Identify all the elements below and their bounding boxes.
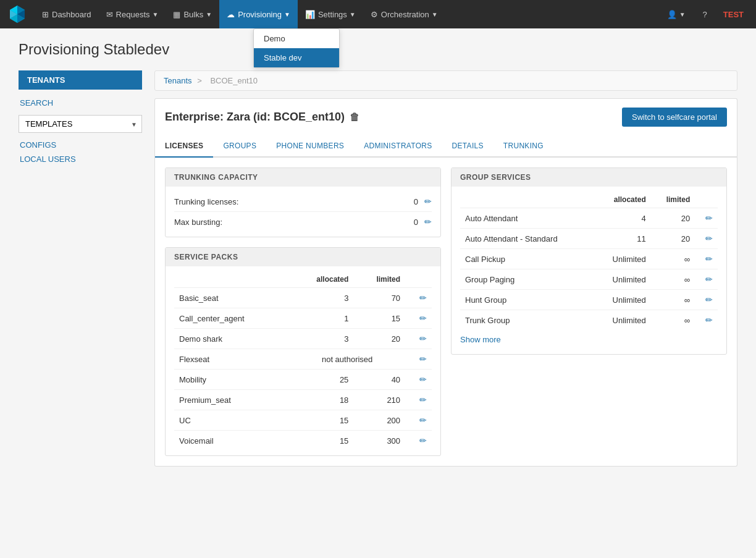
- trunking-edit-0[interactable]: ✏: [424, 197, 432, 206]
- gs-allocated-2: Unlimited: [594, 249, 651, 269]
- sp-col-limited: limited: [353, 271, 405, 288]
- provisioning-caret: ▼: [284, 11, 290, 18]
- requests-icon: ✉: [106, 10, 113, 19]
- sp-allocated-3: not authorised: [289, 349, 405, 370]
- sidebar-search[interactable]: SEARCH: [19, 96, 142, 110]
- service-pack-row: UC15200✏: [174, 410, 432, 431]
- edit-icon[interactable]: ✏: [705, 213, 713, 223]
- tenants-button[interactable]: TENANTS: [19, 70, 142, 90]
- right-column: GROUP SERVICES allocated limited: [451, 167, 727, 456]
- breadcrumb-tenants[interactable]: Tenants: [164, 76, 192, 85]
- tab-phone-numbers[interactable]: PHONE NUMBERS: [266, 135, 354, 158]
- enterprise-header: Enterprise: Zara (id: BCOE_ent10) 🗑 Swit…: [154, 98, 737, 135]
- edit-icon[interactable]: ✏: [705, 234, 713, 243]
- sidebar-local-users[interactable]: LOCAL USERS: [19, 152, 142, 166]
- edit-icon[interactable]: ✏: [705, 274, 713, 284]
- edit-icon[interactable]: ✏: [705, 254, 713, 264]
- edit-icon[interactable]: ✏: [419, 374, 427, 384]
- gs-edit-0[interactable]: ✏: [695, 208, 718, 229]
- sp-edit-3[interactable]: ✏: [405, 349, 432, 370]
- service-pack-row: Flexseatnot authorised✏: [174, 349, 432, 370]
- orchestration-caret: ▼: [432, 11, 438, 18]
- nav-orchestration[interactable]: ⚙ Orchestration ▼: [363, 0, 445, 28]
- navbar-right: 👤 ▼ ? TEST: [660, 10, 750, 19]
- sp-limited-4: 40: [353, 370, 405, 390]
- nav-user[interactable]: 👤 ▼: [660, 10, 693, 19]
- edit-icon[interactable]: ✏: [419, 436, 427, 446]
- sp-edit-7[interactable]: ✏: [405, 431, 432, 451]
- main-content: Tenants > BCOE_ent10 Enterprise: Zara (i…: [154, 70, 737, 467]
- sp-allocated-2: 3: [289, 329, 353, 349]
- edit-icon[interactable]: ✏: [419, 293, 427, 303]
- group-service-row: Trunk GroupUnlimited∞✏: [460, 310, 718, 331]
- gs-edit-1[interactable]: ✏: [695, 229, 718, 249]
- service-packs-header: SERVICE PACKS: [166, 248, 440, 266]
- edit-icon[interactable]: ✏: [419, 395, 427, 405]
- group-services-table: allocated limited Auto Attendant420✏Auto…: [460, 192, 718, 330]
- sp-edit-2[interactable]: ✏: [405, 329, 432, 349]
- tab-details[interactable]: DETAILS: [442, 135, 494, 158]
- gs-edit-2[interactable]: ✏: [695, 249, 718, 269]
- sp-edit-5[interactable]: ✏: [405, 390, 432, 410]
- provisioning-dropdown: Demo Stable dev: [253, 28, 340, 68]
- nav-dashboard[interactable]: ⊞ Dashboard: [35, 0, 99, 28]
- test-label: TEST: [717, 10, 750, 19]
- sp-name-1: Call_center_agent: [174, 308, 289, 329]
- tab-administrators[interactable]: ADMINISTRATORS: [354, 135, 442, 158]
- service-pack-row: Call_center_agent115✏: [174, 308, 432, 329]
- gs-allocated-3: Unlimited: [594, 269, 651, 290]
- gs-allocated-5: Unlimited: [594, 310, 651, 331]
- trunking-edit-1[interactable]: ✏: [424, 217, 432, 227]
- service-packs-body: allocated limited Basic_seat370✏Call_cen…: [166, 266, 440, 455]
- page-title: Provisioning Stabledev: [19, 41, 737, 58]
- gs-limited-2: ∞: [651, 249, 695, 269]
- nav-provisioning[interactable]: ☁ Provisioning ▼: [219, 0, 298, 28]
- switch-selfcare-button[interactable]: Switch to selfcare portal: [622, 108, 727, 127]
- sp-edit-4[interactable]: ✏: [405, 370, 432, 390]
- sidebar-configs[interactable]: CONFIGS: [19, 138, 142, 152]
- edit-icon[interactable]: ✏: [705, 315, 713, 325]
- trunking-value-1: 0: [393, 218, 418, 227]
- tab-content-licenses: TRUNKING CAPACITY Trunking licenses: 0 ✏…: [154, 158, 737, 467]
- show-more-link[interactable]: Show more: [460, 330, 501, 349]
- edit-icon[interactable]: ✏: [419, 415, 427, 425]
- requests-caret: ▼: [153, 11, 159, 18]
- gs-edit-3[interactable]: ✏: [695, 269, 718, 290]
- sp-edit-1[interactable]: ✏: [405, 308, 432, 329]
- nav-bulks[interactable]: ▦ Bulks ▼: [166, 0, 219, 28]
- gs-edit-4[interactable]: ✏: [695, 290, 718, 310]
- edit-icon[interactable]: ✏: [419, 313, 427, 323]
- sp-edit-0[interactable]: ✏: [405, 288, 432, 308]
- edit-icon[interactable]: ✏: [419, 354, 427, 364]
- sp-allocated-7: 15: [289, 431, 353, 451]
- service-packs-table: allocated limited Basic_seat370✏Call_cen…: [174, 271, 432, 450]
- templates-select[interactable]: TEMPLATES: [19, 115, 142, 133]
- tab-trunking[interactable]: TRUNKING: [494, 135, 553, 158]
- nav-requests[interactable]: ✉ Requests ▼: [99, 0, 166, 28]
- nav-help[interactable]: ?: [695, 10, 715, 19]
- trunking-label-0: Trunking licenses:: [174, 197, 393, 206]
- group-service-row: Auto Attendant420✏: [460, 208, 718, 229]
- gs-name-5: Trunk Group: [460, 310, 594, 331]
- dropdown-item-demo[interactable]: Demo: [254, 29, 339, 48]
- sp-edit-6[interactable]: ✏: [405, 410, 432, 431]
- gs-col-allocated: allocated: [594, 192, 651, 208]
- nav-settings[interactable]: 📊 Settings ▼: [298, 0, 363, 28]
- tab-groups[interactable]: GROUPS: [213, 135, 266, 158]
- tab-licenses[interactable]: LICENSES: [155, 135, 213, 158]
- edit-icon[interactable]: ✏: [419, 334, 427, 344]
- gs-allocated-0: 4: [594, 208, 651, 229]
- provisioning-icon: ☁: [227, 10, 235, 19]
- gs-edit-5[interactable]: ✏: [695, 310, 718, 331]
- edit-icon[interactable]: ✏: [705, 295, 713, 305]
- trunking-capacity-header: TRUNKING CAPACITY: [166, 168, 440, 187]
- sp-limited-5: 210: [353, 390, 405, 410]
- dropdown-item-stabledev[interactable]: Stable dev: [254, 48, 339, 67]
- group-service-row: Call PickupUnlimited∞✏: [460, 249, 718, 269]
- brand-logo[interactable]: [6, 3, 28, 25]
- sp-name-2: Demo shark: [174, 329, 289, 349]
- gs-allocated-4: Unlimited: [594, 290, 651, 310]
- delete-enterprise-icon[interactable]: 🗑: [350, 112, 359, 123]
- navbar: ⊞ Dashboard ✉ Requests ▼ ▦ Bulks ▼ ☁ Pro…: [0, 0, 756, 28]
- sp-name-5: Premium_seat: [174, 390, 289, 410]
